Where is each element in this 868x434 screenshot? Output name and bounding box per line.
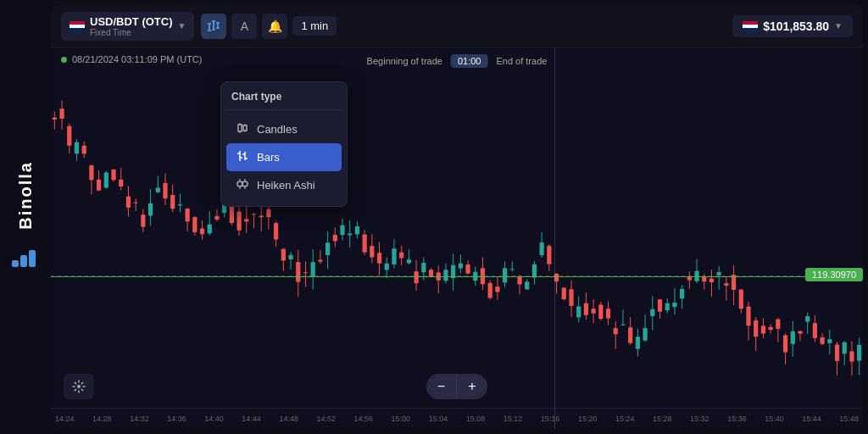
svg-point-30 — [77, 385, 81, 388]
top-bar-right: $101,853.80 ▼ — [732, 15, 853, 37]
svg-rect-2 — [29, 250, 36, 267]
x-axis-label: 14:28 — [92, 415, 112, 423]
x-axis-label: 15:00 — [392, 415, 411, 423]
alert-icon: 🔔 — [268, 19, 282, 33]
x-axis-label: 14:40 — [204, 415, 224, 423]
logo-text: Binolla — [16, 161, 36, 230]
top-bar: USD/BDT (OTC) Fixed Time ▼ — [51, 5, 863, 47]
x-axis-label: 15:44 — [802, 415, 821, 423]
x-axis-label: 15:08 — [466, 415, 486, 423]
x-axis: 14:2414:2814:3214:3614:4014:4414:4814:52… — [51, 408, 863, 429]
x-axis-label: 15:32 — [690, 415, 709, 423]
svg-rect-12 — [238, 125, 242, 131]
text-icon: A — [241, 19, 248, 33]
pair-selector[interactable]: USD/BDT (OTC) Fixed Time ▼ — [61, 12, 194, 41]
pair-name: USD/BDT (OTC) — [90, 15, 173, 28]
svg-rect-1 — [20, 255, 27, 267]
balance-display[interactable]: $101,853.80 ▼ — [732, 15, 853, 37]
chart-datetime: 08/21/2024 03:11:09 PM (UTC) — [72, 54, 202, 64]
text-tool-button[interactable]: A — [231, 14, 257, 39]
x-axis-label: 14:24 — [55, 415, 75, 423]
svg-rect-0 — [12, 260, 19, 267]
x-axis-label: 15:16 — [541, 415, 560, 423]
live-dot — [61, 57, 67, 63]
balance-amount: $101,853.80 — [763, 19, 829, 33]
trade-markers: Beginning of trade 01:00 End of trade — [367, 54, 548, 68]
svg-rect-5 — [208, 30, 211, 31]
timeframe-button[interactable]: 1 min — [292, 16, 337, 36]
top-bar-left: USD/BDT (OTC) Fixed Time ▼ — [61, 12, 337, 41]
x-axis-label: 15:36 — [727, 415, 747, 423]
balance-chevron-icon: ▼ — [834, 21, 843, 31]
timeframe-label: 1 min — [301, 19, 328, 32]
x-axis-label: 14:52 — [316, 415, 336, 423]
x-axis-labels: 14:2414:2814:3214:3614:4014:4414:4814:52… — [51, 415, 863, 423]
alert-button[interactable]: 🔔 — [262, 14, 287, 39]
svg-rect-7 — [212, 20, 215, 22]
settings-button[interactable] — [64, 374, 94, 399]
x-axis-label: 14:36 — [167, 415, 186, 423]
zoom-in-button[interactable]: + — [457, 374, 487, 399]
chart-canvas — [51, 73, 863, 403]
toolbar-icons: A 🔔 1 min — [201, 14, 337, 39]
x-axis-label: 15:48 — [839, 415, 859, 423]
zoom-controls: − + — [426, 374, 487, 399]
x-axis-label: 15:40 — [765, 415, 784, 423]
candles-icon — [235, 121, 250, 137]
chart-type-heiken-ashi[interactable]: Heiken Ashi — [226, 171, 342, 199]
chart-area: 08/21/2024 03:11:09 PM (UTC) Beginning o… — [51, 47, 863, 429]
svg-rect-15 — [243, 125, 247, 131]
pair-subtext: Fixed Time — [90, 28, 173, 37]
x-axis-label: 14:48 — [279, 415, 298, 423]
pair-info: USD/BDT (OTC) Fixed Time — [90, 15, 173, 37]
dropdown-title: Chart type — [226, 89, 342, 110]
x-axis-label: 15:28 — [653, 415, 672, 423]
x-axis-label: 15:04 — [429, 415, 448, 423]
x-axis-label: 15:20 — [578, 415, 598, 423]
price-label: 119.30970 — [805, 268, 863, 281]
x-axis-label: 14:56 — [354, 415, 374, 423]
chevron-down-icon: ▼ — [178, 21, 186, 31]
chart-type-bars[interactable]: Bars — [226, 143, 342, 171]
svg-rect-11 — [216, 27, 220, 29]
x-axis-label: 14:44 — [242, 415, 261, 423]
chart-type-candles[interactable]: Candles — [226, 115, 342, 143]
x-axis-label: 15:12 — [504, 415, 523, 423]
logo-icon — [12, 246, 39, 273]
price-line — [51, 276, 863, 277]
heiken-ashi-label: Heiken Ashi — [257, 179, 315, 192]
trade-start-label: Beginning of trade — [367, 56, 442, 66]
chart-type-dropdown: Chart type Candles — [220, 81, 348, 207]
balance-flag — [743, 21, 758, 31]
svg-rect-4 — [208, 23, 211, 25]
bars-icon — [235, 149, 250, 165]
x-axis-label: 14:32 — [130, 415, 149, 423]
trade-vertical-line — [554, 47, 555, 429]
chart-header-info: 08/21/2024 03:11:09 PM (UTC) — [61, 54, 202, 64]
svg-rect-10 — [216, 22, 220, 24]
trade-timer: 01:00 — [451, 54, 488, 68]
sidebar: Binolla — [0, 0, 51, 434]
svg-point-27 — [242, 181, 248, 186]
svg-point-24 — [237, 181, 242, 186]
zoom-out-button[interactable]: − — [426, 374, 457, 399]
x-axis-label: 15:24 — [615, 415, 635, 423]
main-content: USD/BDT (OTC) Fixed Time ▼ — [51, 5, 863, 429]
bars-label: Bars — [257, 151, 280, 164]
svg-rect-8 — [212, 29, 215, 31]
pair-flag — [70, 21, 85, 31]
chart-type-button[interactable] — [201, 14, 226, 39]
candles-label: Candles — [257, 123, 298, 136]
heiken-ashi-icon — [235, 177, 250, 193]
trade-end-label: End of trade — [496, 56, 547, 66]
app-container: Binolla USD/BDT (OTC) Fixed Time ▼ — [0, 0, 868, 434]
